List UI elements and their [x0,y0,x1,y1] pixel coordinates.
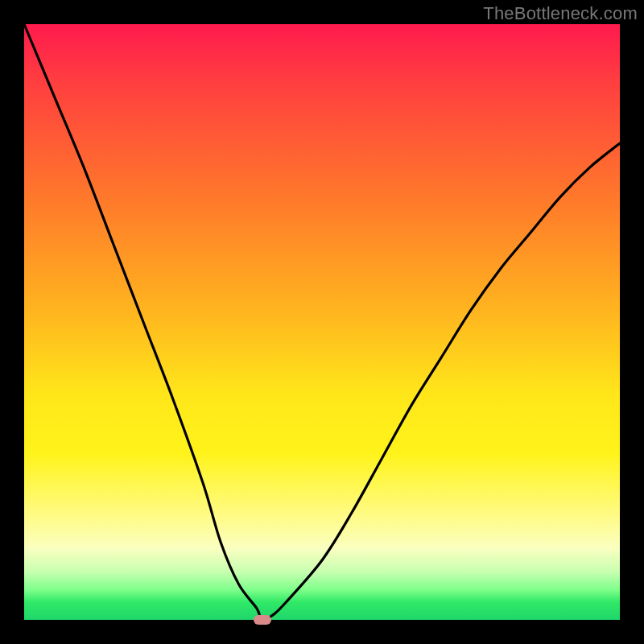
chart-frame: TheBottleneck.com [0,0,644,644]
min-point-marker [254,615,271,625]
watermark-text: TheBottleneck.com [483,3,638,24]
bottleneck-curve [0,0,644,644]
